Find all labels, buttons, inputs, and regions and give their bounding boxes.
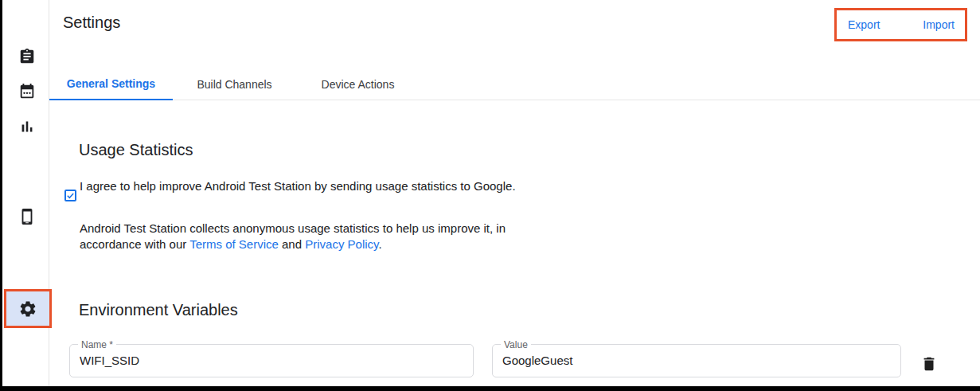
privacy-policy-link[interactable]: Privacy Policy (305, 237, 378, 251)
usage-stats-checkbox[interactable] (64, 190, 76, 201)
env-var-value-input[interactable] (502, 354, 891, 367)
description-text: and (279, 237, 305, 251)
settings-tabbar: General Settings Build Channels Device A… (49, 68, 980, 100)
clipboard-icon (18, 48, 36, 65)
sidebar-item-reports[interactable] (18, 117, 37, 136)
tab-general-settings[interactable]: General Settings (49, 68, 173, 100)
usage-statistics-heading: Usage Statistics (79, 141, 193, 159)
delete-env-var-button[interactable] (917, 353, 941, 377)
annotation-box-export-import: Export Import (834, 8, 967, 41)
bar-chart-icon (18, 118, 36, 135)
tab-device-actions[interactable]: Device Actions (296, 68, 420, 100)
env-var-name-field: Name * (69, 344, 474, 377)
terms-of-service-link[interactable]: Terms of Service (189, 237, 279, 251)
usage-stats-description: Android Test Station collects anonymous … (80, 221, 519, 252)
page-title: Settings (63, 14, 120, 32)
annotation-box-settings-nav (4, 289, 52, 328)
gear-icon (18, 299, 37, 319)
environment-variables-heading: Environment Variables (79, 301, 238, 319)
checkmark-icon (66, 191, 75, 200)
sidebar-item-test-plans[interactable] (18, 82, 37, 101)
sidebar-nav (2, 0, 49, 386)
android-test-station-settings-page: Settings Export Import General Settings … (0, 0, 980, 391)
sidebar-item-settings[interactable] (18, 299, 37, 319)
usage-stats-checkbox-label[interactable]: I agree to help improve Android Test Sta… (80, 176, 519, 196)
description-text: . (378, 237, 381, 251)
trash-icon (920, 355, 938, 373)
env-var-name-input[interactable] (80, 354, 463, 367)
sidebar-item-devices[interactable] (18, 207, 37, 226)
tab-build-channels[interactable]: Build Channels (173, 68, 296, 100)
env-var-value-field: Value (492, 344, 901, 377)
env-var-value-label: Value (501, 339, 531, 350)
smartphone-icon (18, 208, 36, 225)
export-button[interactable]: Export (848, 18, 880, 31)
import-button[interactable]: Import (923, 18, 955, 31)
sidebar-item-tests[interactable] (18, 47, 37, 66)
window-frame-bottom (0, 386, 980, 391)
calendar-icon (18, 83, 36, 100)
env-var-name-label: Name * (78, 339, 116, 350)
